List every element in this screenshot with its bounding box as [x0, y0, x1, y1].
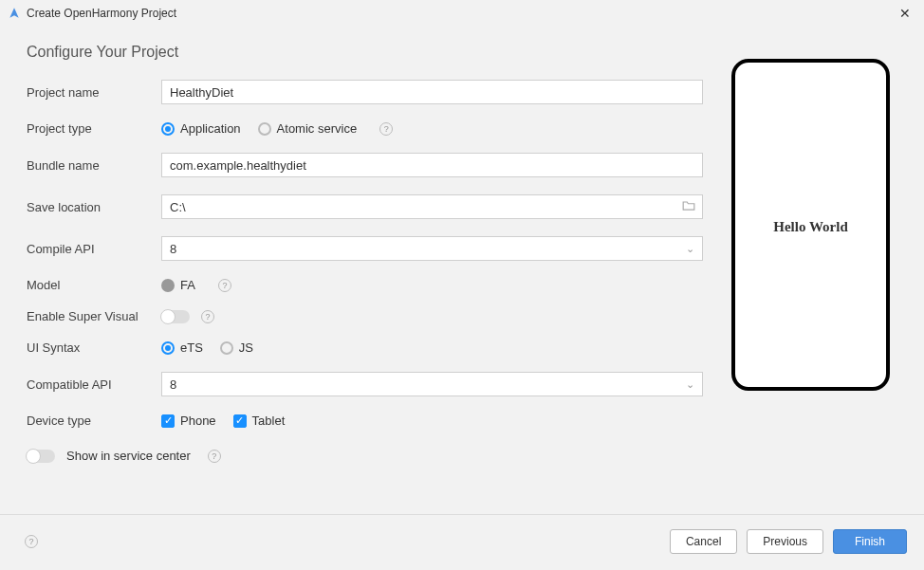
- radio-selected-icon: [161, 122, 175, 136]
- device-type-label: Device type: [27, 414, 161, 428]
- checkbox-label: Tablet: [252, 414, 286, 428]
- radio-label: Application: [180, 121, 241, 136]
- enable-super-visual-toggle[interactable]: [161, 310, 190, 323]
- ui-syntax-js-radio[interactable]: JS: [220, 340, 253, 355]
- save-location-label: Save location: [27, 200, 161, 214]
- project-type-atomic-service-radio[interactable]: Atomic service: [258, 121, 358, 136]
- ui-syntax-label: UI Syntax: [27, 340, 161, 355]
- select-value: 8: [170, 377, 176, 392]
- radio-label: eTS: [180, 340, 203, 355]
- form-area: Configure Your Project Project name Proj…: [27, 44, 703, 506]
- footer: ? Cancel Previous Finish: [0, 514, 924, 567]
- help-icon[interactable]: ?: [218, 279, 231, 292]
- radio-label: Atomic service: [277, 121, 358, 136]
- ui-syntax-ets-radio[interactable]: eTS: [161, 340, 203, 355]
- preview-area: Hello World: [731, 44, 897, 506]
- model-label: Model: [27, 278, 161, 292]
- bundle-name-input[interactable]: [161, 153, 703, 177]
- phone-preview-text: Hello World: [773, 219, 847, 235]
- page-title: Configure Your Project: [27, 44, 703, 61]
- help-icon[interactable]: ?: [201, 310, 214, 323]
- phone-preview-frame: Hello World: [731, 59, 890, 391]
- chevron-down-icon: ⌄: [686, 378, 694, 391]
- device-type-phone-checkbox[interactable]: Phone: [161, 414, 216, 428]
- previous-button[interactable]: Previous: [747, 529, 823, 554]
- radio-label: JS: [239, 340, 253, 355]
- app-logo-icon: [8, 7, 21, 20]
- radio-unselected-icon: [258, 122, 271, 136]
- window-title: Create OpenHarmony Project: [27, 7, 896, 20]
- enable-super-visual-label: Enable Super Visual: [27, 309, 161, 323]
- content-area: Configure Your Project Project name Proj…: [0, 27, 924, 514]
- help-icon[interactable]: ?: [25, 535, 38, 548]
- project-name-label: Project name: [27, 85, 161, 100]
- compile-api-select[interactable]: 8 ⌄: [161, 236, 703, 261]
- bundle-name-label: Bundle name: [27, 158, 161, 173]
- radio-filled-icon: [161, 279, 175, 292]
- folder-icon[interactable]: [682, 200, 695, 214]
- chevron-down-icon: ⌄: [686, 243, 694, 255]
- compatible-api-label: Compatible API: [27, 377, 161, 392]
- device-type-tablet-checkbox[interactable]: Tablet: [233, 414, 286, 428]
- radio-unselected-icon: [220, 341, 233, 355]
- save-location-input[interactable]: [161, 194, 703, 219]
- cancel-button[interactable]: Cancel: [670, 529, 737, 554]
- project-type-application-radio[interactable]: Application: [161, 121, 241, 136]
- checkbox-label: Phone: [180, 414, 216, 428]
- checkbox-checked-icon: [233, 414, 247, 428]
- project-type-label: Project type: [27, 121, 161, 136]
- checkbox-checked-icon: [161, 414, 175, 428]
- close-icon[interactable]: ✕: [896, 6, 915, 21]
- help-icon[interactable]: ?: [208, 450, 221, 463]
- show-in-service-center-label: Show in service center: [66, 449, 191, 463]
- compile-api-label: Compile API: [27, 242, 161, 256]
- select-value: 8: [170, 242, 176, 256]
- titlebar: Create OpenHarmony Project ✕: [0, 0, 924, 27]
- finish-button[interactable]: Finish: [833, 529, 907, 554]
- project-name-input[interactable]: [161, 80, 703, 104]
- radio-selected-icon: [161, 341, 175, 355]
- show-in-service-center-toggle[interactable]: [27, 450, 55, 463]
- compatible-api-select[interactable]: 8 ⌄: [161, 372, 703, 396]
- radio-label: FA: [180, 278, 195, 292]
- help-icon[interactable]: ?: [379, 122, 393, 136]
- model-fa-radio[interactable]: FA: [161, 278, 195, 292]
